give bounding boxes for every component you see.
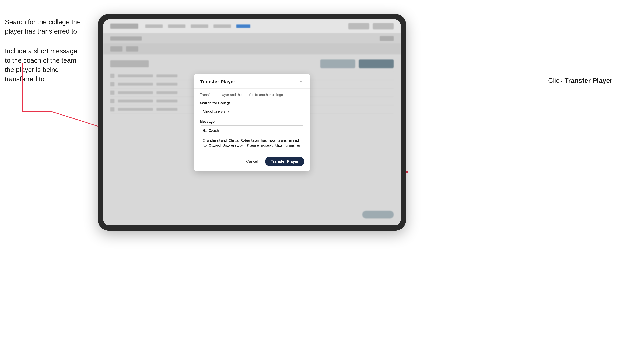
modal-footer: Cancel Transfer Player [194, 153, 310, 171]
annotation-right-text: Click Transfer Player [548, 77, 613, 84]
modal-title: Transfer Player [200, 79, 235, 85]
search-college-input[interactable] [200, 107, 304, 116]
message-label: Message [200, 120, 304, 124]
transfer-player-modal: Transfer Player × Transfer the player an… [194, 74, 310, 171]
message-textarea[interactable]: Hi Coach, I understand Chris Robertson h… [200, 126, 304, 148]
modal-body: Transfer the player and their profile to… [194, 89, 310, 153]
annotation-search: Search for the college the player has tr… [5, 17, 89, 36]
tablet-frame: Transfer Player × Transfer the player an… [98, 14, 406, 231]
modal-close-button[interactable]: × [298, 79, 304, 85]
cancel-button[interactable]: Cancel [243, 158, 262, 166]
annotation-message: Include a short messageto the coach of t… [5, 46, 89, 84]
search-college-label: Search for College [200, 101, 304, 105]
annotation-transfer-bold: Transfer Player [564, 77, 612, 84]
annotation-left-text: Search for the college the player has tr… [5, 17, 89, 94]
transfer-player-button[interactable]: Transfer Player [265, 157, 304, 166]
modal-header: Transfer Player × [194, 74, 310, 89]
tablet-screen: Transfer Player × Transfer the player an… [103, 19, 401, 225]
modal-subtitle: Transfer the player and their profile to… [200, 93, 304, 97]
modal-overlay: Transfer Player × Transfer the player an… [103, 19, 401, 225]
